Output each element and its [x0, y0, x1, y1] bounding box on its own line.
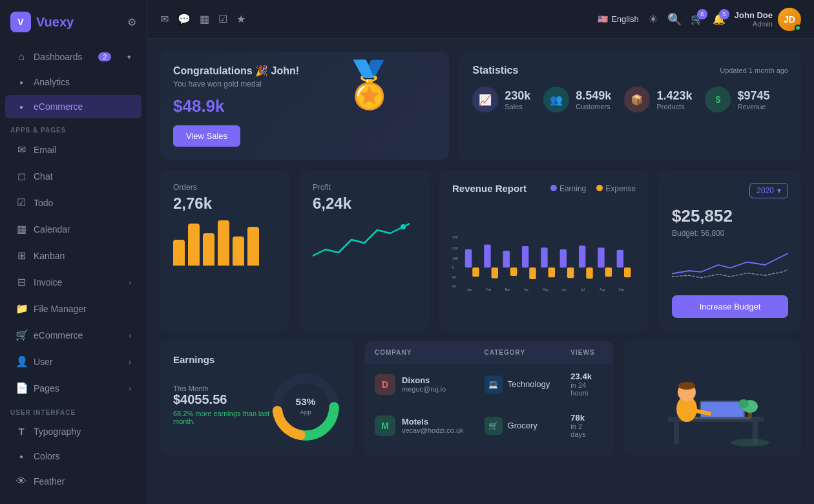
ecommerce-app-arrow: › [129, 331, 131, 339]
company-text-1: Dixons meguc@ruj.io [402, 375, 446, 393]
stat-revenue: $ $9745 Revenue [705, 87, 769, 112]
chevron-down-icon: ▾ [777, 186, 781, 195]
language-selector[interactable]: 🇺🇸 English [598, 14, 639, 24]
sidebar-item-calendar[interactable]: ▦ Calendar [5, 216, 141, 242]
revenue-value: $9745 [737, 89, 769, 103]
svg-rect-20 [598, 247, 604, 268]
views-value-2: 78k [570, 413, 594, 423]
sidebar-item-pages[interactable]: 📄 Pages › [5, 375, 141, 401]
sidebar-item-email[interactable]: ✉ Email [5, 137, 141, 162]
notif-badge: 5 [719, 9, 729, 19]
revenue-label: Revenue [737, 103, 769, 110]
svg-text:100: 100 [452, 257, 458, 260]
svg-text:53%: 53% [296, 396, 316, 407]
svg-text:300: 300 [452, 235, 458, 239]
sidebar-item-user[interactable]: 👤 User › [5, 349, 141, 374]
svg-text:Feb: Feb [486, 288, 492, 291]
sidebar-item-typography[interactable]: T Typography [5, 419, 141, 443]
orders-chart [173, 220, 277, 266]
svg-rect-16 [522, 246, 528, 268]
topbar-email-icon[interactable]: ✉ [160, 13, 169, 25]
stats-header: Statistics Updated 1 month ago [472, 65, 788, 76]
sidebar-item-colors[interactable]: ● Colors [5, 445, 141, 468]
svg-rect-13 [465, 249, 472, 268]
sidebar: V Vuexy ⚙ ⌂ Dashboards 2 ▾ ● Analytics ●… [0, 0, 147, 504]
company-email-1: meguc@ruj.io [402, 385, 446, 393]
svg-rect-15 [503, 251, 510, 268]
views-value-1: 23.4k [570, 372, 594, 381]
svg-rect-50 [693, 417, 751, 419]
category-info-2: 🛒 Grocery [485, 417, 550, 435]
revenue-cell-2: $668.51 [605, 405, 613, 446]
sidebar-item-file-manager[interactable]: 📁 File Manager [5, 296, 141, 321]
svg-text:Aug: Aug [600, 288, 605, 291]
svg-rect-25 [529, 268, 536, 279]
logo-icon: V [10, 12, 31, 32]
data-table: COMPANY CATEGORY VIEWS REVENUE SALES [364, 341, 613, 446]
increase-budget-button[interactable]: Increase Budget [672, 295, 788, 318]
svg-rect-28 [586, 268, 592, 278]
user-menu[interactable]: John Doe Admin JD [735, 8, 801, 31]
budget-chart [672, 246, 788, 284]
chat-icon: ◻ [16, 170, 27, 182]
stats-title: Statistics [472, 65, 518, 76]
sidebar-label-email: Email [34, 145, 56, 155]
company-name-2: Motels [402, 417, 464, 426]
theme-icon[interactable]: ☀ [648, 12, 658, 26]
customers-value: 8.549k [576, 89, 611, 103]
svg-rect-21 [617, 250, 623, 268]
revenue-card: Revenue Report Earning Expense 300 200 1… [439, 170, 649, 331]
main-content: ✉ 💬 ▦ ☑ ★ 🇺🇸 English ☀ 🔍 🛒 6 🔔 5 [147, 0, 814, 504]
customers-label: Customers [576, 103, 611, 110]
sidebar-label-analytics: Analytics [34, 77, 70, 87]
year-selector[interactable]: 2020 ▾ [749, 183, 788, 198]
settings-icon[interactable]: ⚙ [127, 16, 136, 28]
sidebar-label-calendar: Calendar [34, 224, 70, 235]
sidebar-item-ecommerce-app[interactable]: 🛒 eCommerce › [5, 322, 141, 348]
sidebar-item-todo[interactable]: ☑ Todo [5, 190, 141, 215]
revenue-header: Revenue Report Earning Expense [452, 183, 636, 194]
topbar-star-icon[interactable]: ★ [236, 13, 245, 25]
feather-icon: 👁 [16, 476, 27, 487]
svg-rect-26 [548, 268, 555, 277]
profit-value: 6,24k [313, 194, 416, 213]
bar-5 [233, 236, 244, 266]
dashboard: Congratulations 🎉 John! You have won gol… [147, 39, 814, 504]
sidebar-label-pages: Pages [34, 383, 59, 394]
profit-card: Profit 6,24k [300, 170, 429, 331]
svg-text:0: 0 [452, 266, 454, 269]
year-selector-wrap: 2020 ▾ [672, 183, 788, 198]
earnings-month: This Month [173, 384, 270, 392]
sales-value: 230k [505, 89, 530, 103]
sidebar-item-kanban[interactable]: ⊞ Kanban [5, 243, 141, 268]
topbar-todo-icon[interactable]: ☑ [218, 13, 227, 25]
view-sales-button[interactable]: View Sales [173, 125, 240, 147]
sidebar-item-analytics[interactable]: ● Analytics [5, 70, 141, 94]
topbar-chat-icon[interactable]: 💬 [178, 13, 191, 25]
sidebar-item-feather[interactable]: 👁 Feather [5, 469, 141, 494]
company-cell-2: M Motels vecav@hodzi.co.uk [364, 405, 474, 446]
cart-button[interactable]: 🛒 6 [691, 13, 704, 25]
stat-sales-text: 230k Sales [505, 89, 530, 110]
notifications-button[interactable]: 🔔 5 [713, 13, 725, 25]
svg-point-57 [738, 399, 749, 408]
th-category: CATEGORY [474, 341, 561, 364]
sidebar-item-dashboards[interactable]: ⌂ Dashboards 2 ▾ [5, 45, 141, 69]
topbar-calendar-icon[interactable]: ▦ [200, 13, 209, 25]
sidebar-item-invoice[interactable]: ⊟ Invoice › [5, 269, 141, 295]
category-name-2: Grocery [508, 421, 537, 430]
sidebar-item-ecommerce[interactable]: ● eCommerce [5, 95, 141, 118]
sidebar-item-chat[interactable]: ◻ Chat [5, 163, 141, 189]
stats-updated: Updated 1 month ago [720, 67, 788, 74]
search-icon[interactable]: 🔍 [667, 12, 682, 26]
bar-1 [173, 240, 185, 266]
earnings-note: 68.2% more earnings than last month. [173, 410, 270, 425]
stat-sales: 📈 230k Sales [472, 87, 530, 112]
stat-products: 📦 1.423k Products [624, 87, 692, 112]
stats-items: 📈 230k Sales 👥 8.549k Customers [472, 87, 788, 112]
bar-3 [203, 233, 214, 266]
company-icon-1: D [375, 374, 395, 395]
user-role: Admin [735, 20, 773, 28]
dashboards-arrow: ▾ [127, 53, 131, 61]
earnings-title: Earnings [173, 354, 341, 365]
